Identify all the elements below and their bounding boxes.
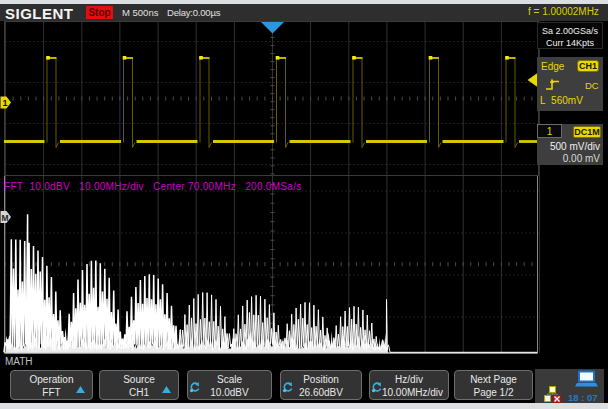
svg-text:M: M — [2, 213, 9, 223]
svg-text:1: 1 — [3, 98, 8, 108]
